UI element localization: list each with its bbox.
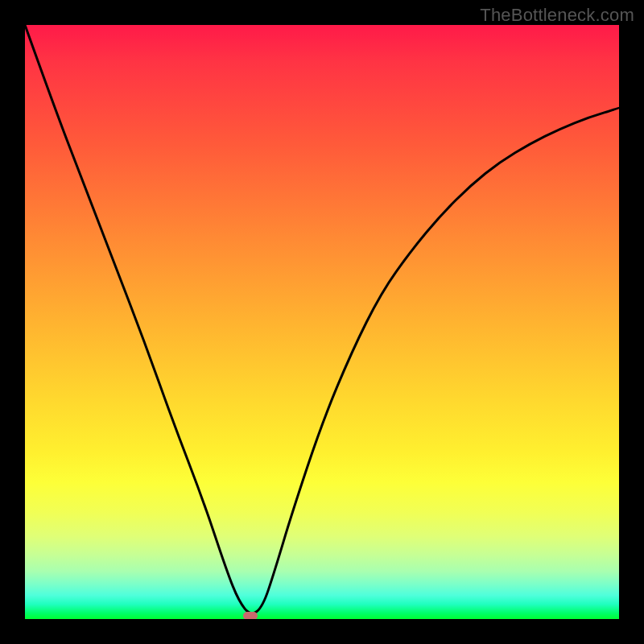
watermark-text: TheBottleneck.com bbox=[480, 5, 634, 26]
bottleneck-curve bbox=[25, 25, 619, 619]
chart-plot-area bbox=[25, 25, 619, 619]
bottleneck-marker bbox=[243, 612, 258, 619]
